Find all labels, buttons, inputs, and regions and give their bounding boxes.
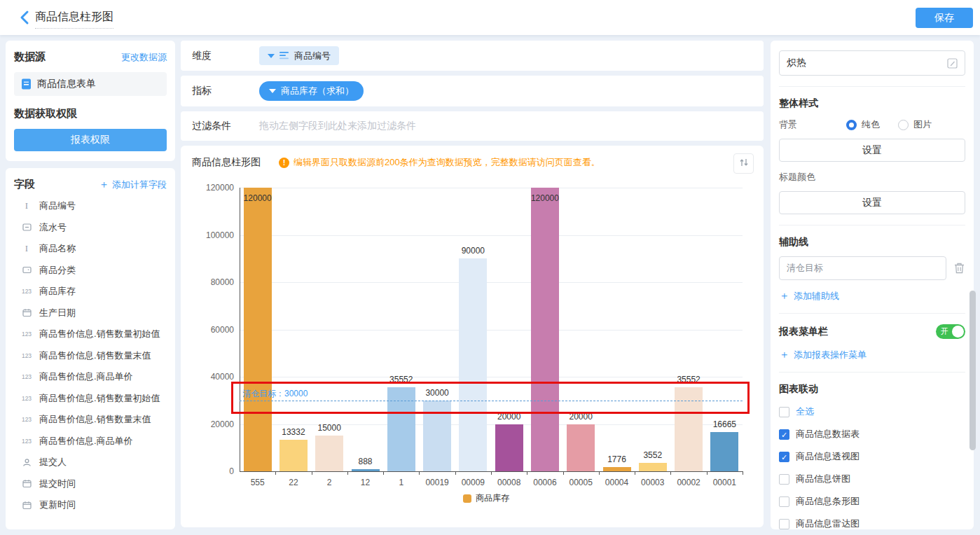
- bg-option-image[interactable]: 图片: [898, 118, 932, 131]
- person-icon: [20, 458, 34, 467]
- y-tick-label: 40000: [192, 372, 234, 382]
- field-item[interactable]: 123商品售价信息.商品单价: [14, 366, 167, 388]
- bar-00001[interactable]: [710, 432, 738, 471]
- field-item[interactable]: 流水号: [14, 217, 167, 239]
- linkage-checkbox[interactable]: ✓商品信息透视图: [779, 450, 965, 463]
- bar-22[interactable]: [279, 440, 308, 471]
- field-item[interactable]: 123商品售价信息.销售数量末值: [14, 345, 167, 367]
- number-icon: 123: [20, 438, 34, 445]
- field-label: 更新时间: [39, 499, 76, 511]
- field-item[interactable]: I商品名称: [14, 238, 167, 260]
- title-color-set-button[interactable]: 设置: [779, 191, 965, 214]
- report-permission-button[interactable]: 报表权限: [14, 129, 167, 151]
- field-label: 商品售价信息.销售数量初始值: [39, 328, 160, 340]
- x-tick: [707, 471, 708, 475]
- linkage-checkbox[interactable]: 商品信息条形图: [779, 495, 965, 508]
- x-tick-label: 00001: [706, 478, 743, 487]
- bar-2[interactable]: [315, 436, 343, 471]
- y-tick-label: 20000: [192, 419, 234, 429]
- field-item[interactable]: 123商品售价信息.销售数量初始值: [14, 388, 167, 410]
- lines-icon: [279, 52, 289, 60]
- bar-00008[interactable]: [495, 424, 523, 472]
- plus-icon: ＋: [99, 178, 112, 190]
- date-icon: [20, 308, 34, 317]
- x-tick: [635, 471, 635, 475]
- bar-00006[interactable]: [531, 188, 559, 471]
- bar-00004[interactable]: [603, 467, 631, 471]
- x-tick: [527, 471, 527, 475]
- bar-value-label: 16665: [703, 419, 745, 429]
- x-tick-label: 00019: [419, 478, 455, 487]
- y-tick-label: 100000: [192, 230, 234, 240]
- linkage-label: 商品信息数据表: [796, 428, 860, 440]
- field-item[interactable]: 商品分类: [14, 260, 167, 282]
- add-auxline-link[interactable]: ＋添加辅助线: [779, 289, 965, 303]
- checkbox-checked-icon: ✓: [779, 452, 789, 462]
- datasource-item[interactable]: 商品信息表单: [14, 72, 167, 96]
- chevron-down-icon: [268, 54, 275, 58]
- bar-555[interactable]: [244, 188, 272, 471]
- x-tick: [275, 471, 276, 475]
- bar-chart[interactable]: 0200004000060000800001000001200001200005…: [181, 146, 764, 527]
- x-tick-label: 00003: [635, 478, 671, 487]
- edit-icon[interactable]: [947, 58, 958, 69]
- background-set-button[interactable]: 设置: [779, 139, 965, 162]
- permission-title: 数据获取权限: [14, 107, 167, 120]
- field-item[interactable]: 提交人: [14, 452, 167, 473]
- bar-value-label: 15000: [308, 423, 350, 433]
- linkage-list: ✓商品信息数据表✓商品信息透视图商品信息饼图商品信息条形图商品信息雷达图: [779, 428, 965, 529]
- save-button[interactable]: 保存: [916, 8, 973, 28]
- x-tick: [599, 471, 600, 475]
- linkage-checkbox[interactable]: ✓商品信息数据表: [779, 428, 965, 440]
- field-item[interactable]: 123商品库存: [14, 281, 167, 303]
- change-datasource-link[interactable]: 更改数据源: [121, 51, 167, 64]
- select-all-checkbox[interactable]: 全选: [779, 405, 965, 418]
- plus-icon: ＋: [779, 289, 789, 303]
- number-icon: 123: [20, 416, 34, 423]
- linkage-checkbox[interactable]: 商品信息雷达图: [779, 517, 965, 529]
- select-icon: [20, 265, 34, 275]
- menu-toggle[interactable]: 开: [936, 324, 965, 339]
- bar-00005[interactable]: [567, 424, 595, 472]
- bar-value-label: 120000: [524, 193, 566, 203]
- toggle-knob: [952, 326, 964, 338]
- bar-value-label: 90000: [452, 246, 494, 256]
- chart-name-input[interactable]: 炽热: [779, 50, 965, 76]
- scrollbar-thumb[interactable]: [969, 291, 976, 450]
- bar-value-label: 120000: [237, 193, 279, 203]
- auxline-input[interactable]: 清仓目标: [779, 256, 946, 280]
- add-calc-field-link[interactable]: ＋ 添加计算字段: [99, 178, 167, 191]
- field-item[interactable]: I商品编号: [14, 195, 167, 217]
- trash-icon[interactable]: [953, 262, 965, 275]
- field-item[interactable]: 更新时间: [14, 494, 167, 516]
- field-label: 商品售价信息.商品单价: [39, 370, 133, 383]
- bar-00009[interactable]: [459, 258, 487, 471]
- field-item[interactable]: 123商品售价信息.销售数量末值: [14, 409, 167, 431]
- field-item[interactable]: 123商品售价信息.商品单价: [14, 431, 167, 452]
- radio-unselected-icon: [898, 120, 909, 130]
- toggle-on-label: 开: [941, 326, 948, 337]
- field-label: 生产日期: [39, 307, 76, 319]
- bar-12[interactable]: [352, 469, 380, 471]
- field-label: 商品编号: [39, 200, 76, 212]
- number-icon: 123: [20, 331, 34, 338]
- date-icon: [20, 479, 34, 488]
- legend[interactable]: 商品库存: [463, 492, 509, 504]
- back-icon[interactable]: [18, 10, 32, 25]
- filter-placeholder: 拖动左侧字段到此处来添加过滤条件: [259, 120, 416, 132]
- field-item[interactable]: 123商品售价信息.销售数量初始值: [14, 324, 167, 345]
- filter-row[interactable]: 过滤条件 拖动左侧字段到此处来添加过滤条件: [181, 111, 764, 141]
- field-item[interactable]: 提交时间: [14, 473, 167, 495]
- chevron-down-icon: [269, 89, 276, 93]
- x-tick-label: 00009: [455, 478, 491, 487]
- add-menu-link[interactable]: ＋添加报表操作菜单: [779, 348, 965, 361]
- field-item[interactable]: 生产日期: [14, 303, 167, 324]
- linkage-checkbox[interactable]: 商品信息饼图: [779, 473, 965, 485]
- x-tick-label: 00004: [599, 478, 635, 487]
- bar-00003[interactable]: [639, 463, 667, 471]
- plus-icon: ＋: [779, 348, 789, 361]
- dimension-pill[interactable]: 商品编号: [259, 46, 339, 65]
- metric-pill[interactable]: 商品库存（求和）: [259, 81, 364, 101]
- bg-option-solid[interactable]: 纯色: [846, 118, 880, 131]
- title-color-label: 标题颜色: [779, 171, 965, 183]
